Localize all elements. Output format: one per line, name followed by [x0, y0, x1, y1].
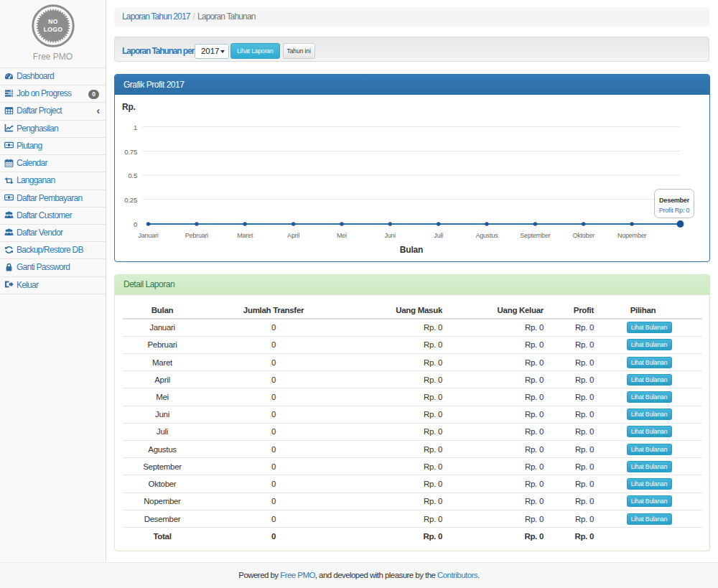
svg-text:LOGO: LOGO [43, 26, 62, 33]
svg-text:0.5: 0.5 [128, 172, 137, 179]
svg-text:Pebruari: Pebruari [185, 232, 209, 239]
svg-text:1: 1 [134, 123, 137, 131]
svg-text:Januari: Januari [138, 232, 158, 239]
svg-text:Juli: Juli [434, 232, 443, 239]
svg-text:Mei: Mei [337, 232, 347, 239]
svg-text:0.25: 0.25 [124, 196, 137, 204]
svg-text:April: April [287, 232, 299, 239]
svg-text:Maret: Maret [237, 232, 253, 239]
svg-text:Nopember: Nopember [617, 232, 647, 239]
svg-text:Juni: Juni [384, 232, 396, 239]
svg-text:Desember: Desember [659, 197, 690, 204]
svg-text:Bulan: Bulan [400, 245, 423, 255]
svg-text:September: September [520, 232, 550, 239]
svg-text:0.75: 0.75 [124, 148, 137, 156]
svg-text:Agustus: Agustus [475, 232, 498, 239]
svg-text:Rp.: Rp. [122, 102, 136, 112]
svg-text:0: 0 [134, 220, 137, 228]
svg-text:Oktober: Oktober [572, 232, 595, 239]
svg-text:NO: NO [48, 18, 58, 25]
svg-text:Profit Rp: 0: Profit Rp: 0 [659, 207, 690, 214]
